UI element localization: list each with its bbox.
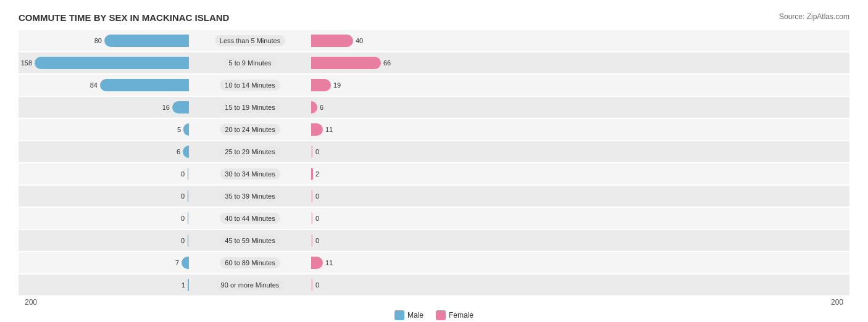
male-value: 5 — [167, 126, 181, 133]
male-bar — [183, 146, 189, 158]
female-bar — [311, 57, 381, 69]
female-value: 0 — [315, 237, 329, 244]
female-bar — [311, 234, 313, 247]
chart-row: 0 40 to 44 Minutes 0 — [19, 208, 849, 229]
female-value: 0 — [315, 215, 329, 222]
female-bar — [311, 168, 313, 180]
female-value: 6 — [320, 104, 333, 111]
female-value: 0 — [315, 148, 329, 155]
male-value: 0 — [171, 170, 185, 178]
male-bar — [187, 234, 189, 247]
left-bar-area: 1 — [19, 279, 191, 291]
left-bar-area: 84 — [19, 79, 191, 91]
axis-left: 200 — [19, 298, 191, 307]
row-label: 5 to 9 Minutes — [223, 57, 276, 68]
left-bar-area: 80 — [19, 35, 191, 47]
legend-male: Male — [394, 310, 424, 320]
chart-title: COMMUTE TIME BY SEX IN MACKINAC ISLAND — [19, 12, 229, 23]
female-color-box — [436, 310, 446, 320]
legend-female: Female — [436, 310, 474, 320]
legend: Male Female — [19, 310, 849, 320]
row-label: Less than 5 Minutes — [215, 35, 285, 46]
chart-row: 0 45 to 59 Minutes 0 — [19, 230, 849, 251]
female-value: 0 — [315, 281, 329, 289]
row-label: 15 to 19 Minutes — [220, 102, 280, 113]
left-bar-area: 0 — [19, 212, 191, 225]
male-value: 1 — [172, 281, 185, 289]
female-bar — [311, 212, 313, 225]
female-bar — [311, 146, 313, 158]
axis-right: 200 — [677, 298, 849, 307]
male-value: 7 — [165, 259, 179, 266]
right-bar-area: 6 — [309, 101, 482, 114]
chart-row: 6 25 to 29 Minutes 0 — [19, 141, 849, 162]
left-bar-area: 0 — [19, 190, 191, 202]
row-label: 60 to 89 Minutes — [220, 257, 280, 268]
left-bar-area: 158 — [19, 57, 191, 69]
female-bar — [311, 79, 331, 91]
female-bar — [311, 190, 313, 202]
male-bar — [188, 279, 189, 291]
male-value: 0 — [171, 192, 185, 200]
male-value: 80 — [88, 37, 102, 44]
right-bar-area: 40 — [309, 35, 482, 47]
row-label: 10 to 14 Minutes — [220, 80, 280, 91]
row-label-area: 10 to 14 Minutes — [191, 81, 309, 89]
row-label: 90 or more Minutes — [216, 279, 285, 291]
female-value: 2 — [315, 170, 329, 178]
right-bar-area: 0 — [309, 279, 482, 291]
female-bar — [311, 101, 317, 114]
source-label: Source: ZipAtlas.com — [779, 12, 849, 21]
left-bar-area: 0 — [19, 168, 191, 180]
male-value: 84 — [84, 81, 98, 89]
chart-row: 1 90 or more Minutes 0 — [19, 275, 849, 295]
chart-row: 84 10 to 14 Minutes 19 — [19, 75, 849, 96]
male-value: 158 — [19, 59, 32, 67]
row-label-area: 15 to 19 Minutes — [191, 104, 309, 111]
left-bar-area: 0 — [19, 234, 191, 247]
female-value: 11 — [325, 126, 339, 133]
row-label-area: 25 to 29 Minutes — [191, 148, 309, 155]
left-bar-area: 5 — [19, 123, 191, 136]
left-bar-area: 7 — [19, 257, 191, 269]
female-value: 0 — [315, 192, 329, 200]
row-label-area: 5 to 9 Minutes — [191, 59, 309, 67]
right-bar-area: 19 — [309, 79, 482, 91]
right-bar-area: 2 — [309, 168, 482, 180]
female-bar — [311, 123, 323, 136]
chart-row: 7 60 to 89 Minutes 11 — [19, 252, 849, 273]
female-bar — [311, 257, 323, 269]
chart-row: 158 5 to 9 Minutes 66 — [19, 52, 849, 73]
chart-row: 0 35 to 39 Minutes 0 — [19, 186, 849, 207]
right-bar-area: 0 — [309, 190, 482, 202]
male-value: 0 — [171, 237, 185, 244]
row-label: 40 to 44 Minutes — [220, 213, 280, 224]
female-value: 40 — [356, 37, 369, 44]
row-label: 30 to 34 Minutes — [220, 168, 280, 180]
row-label: 35 to 39 Minutes — [220, 191, 280, 202]
female-bar — [311, 35, 353, 47]
row-label-area: 35 to 39 Minutes — [191, 192, 309, 200]
right-bar-area: 11 — [309, 123, 482, 136]
male-bar — [172, 101, 189, 114]
row-label: 25 to 29 Minutes — [220, 146, 280, 157]
female-label: Female — [449, 311, 474, 320]
left-bar-area: 16 — [19, 101, 191, 114]
row-label-area: 45 to 59 Minutes — [191, 237, 309, 244]
male-bar — [187, 212, 189, 225]
right-bar-area: 11 — [309, 257, 482, 269]
chart-row: 0 30 to 34 Minutes 2 — [19, 163, 849, 184]
male-bar — [35, 57, 189, 69]
male-bar — [100, 79, 189, 91]
chart-row: 5 20 to 24 Minutes 11 — [19, 119, 849, 140]
row-label-area: 60 to 89 Minutes — [191, 259, 309, 266]
row-label-area: 90 or more Minutes — [191, 281, 309, 289]
row-label: 45 to 59 Minutes — [220, 235, 280, 246]
male-bar — [187, 168, 189, 180]
row-label-area: 40 to 44 Minutes — [191, 215, 309, 222]
left-bar-area: 6 — [19, 146, 191, 158]
right-bar-area: 0 — [309, 234, 482, 247]
row-label: 20 to 24 Minutes — [220, 124, 280, 135]
male-bar — [182, 257, 189, 269]
row-label-area: Less than 5 Minutes — [191, 37, 309, 44]
